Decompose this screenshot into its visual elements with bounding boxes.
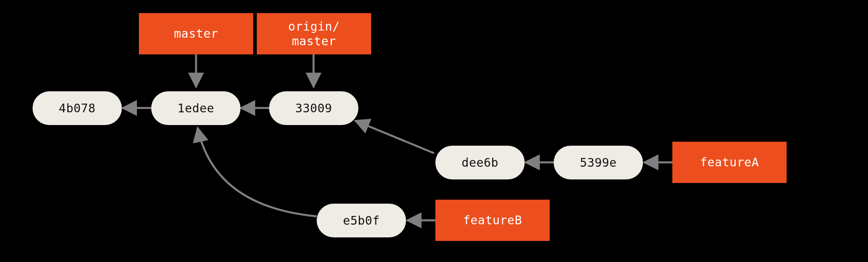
- commit-hash: e5b0f: [343, 214, 380, 227]
- edge-parent: [198, 128, 317, 216]
- commit-node: 33009: [269, 91, 358, 125]
- branch-text: origin/ master: [288, 19, 340, 49]
- branch-label: origin/ master: [257, 13, 371, 54]
- edge-parent: [355, 121, 434, 153]
- commit-hash: 1edee: [177, 101, 214, 115]
- git-diagram: 4b078 1edee 33009 dee6b 5399e e5b0f mast…: [0, 0, 868, 262]
- branch-label: master: [139, 13, 253, 54]
- commit-node: e5b0f: [317, 204, 406, 237]
- edges-layer: [0, 0, 868, 262]
- commit-node: dee6b: [435, 146, 525, 179]
- commit-hash: 33009: [295, 101, 332, 115]
- commit-hash: 5399e: [580, 156, 617, 170]
- commit-node: 4b078: [33, 91, 122, 125]
- branch-label: featureA: [672, 142, 787, 183]
- branch-label: featureB: [435, 200, 550, 241]
- commit-node: 5399e: [554, 146, 643, 179]
- branch-text: featureA: [700, 155, 759, 170]
- commit-hash: 4b078: [59, 101, 96, 115]
- commit-hash: dee6b: [462, 156, 498, 170]
- branch-text: master: [174, 26, 218, 41]
- commit-node: 1edee: [151, 91, 241, 125]
- branch-text: featureB: [463, 213, 522, 228]
